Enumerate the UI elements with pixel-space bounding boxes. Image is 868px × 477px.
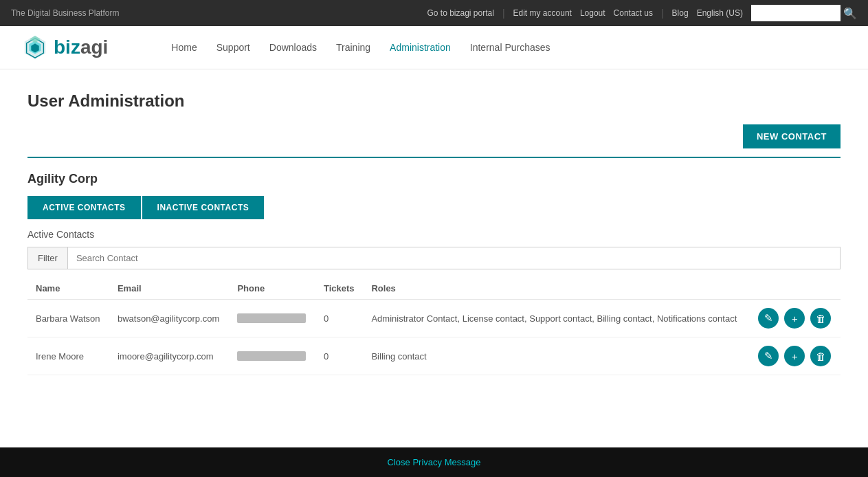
table-row: Barbara Watson bwatson@agilitycorp.com 0… [27,300,841,337]
filter-button[interactable]: Filter [28,247,68,269]
col-name: Name [27,278,109,300]
blog-link[interactable]: Blog [672,8,689,18]
search-icon: 🔍 [843,7,857,20]
contact-roles-2: Billing contact [363,337,750,375]
search-box: 🔍 [751,5,857,21]
col-actions [750,278,841,300]
contacts-table: Name Email Phone Tickets Roles Barbara W… [27,278,841,375]
nav-administration[interactable]: Administration [390,42,451,53]
contact-name-2: Irene Moore [27,337,109,375]
logout-link[interactable]: Logout [580,8,605,18]
add-button-2[interactable]: + [784,346,805,366]
table-body: Barbara Watson bwatson@agilitycorp.com 0… [27,300,841,375]
language-selector[interactable]: English (US) [697,8,743,18]
table-row: Irene Moore imoore@agilitycorp.com 0 Bil… [27,337,841,375]
contact-name-1: Barbara Watson [27,300,109,337]
delete-icon-1: 🗑 [816,313,826,324]
search-contact-input[interactable] [68,247,840,269]
edit-account-link[interactable]: Edit my account [513,8,572,18]
contact-email-1: bwatson@agilitycorp.com [109,300,230,337]
nav-home[interactable]: Home [171,42,197,53]
contact-email-2: imoore@agilitycorp.com [109,337,230,375]
contact-roles-1: Administrator Contact, License contact, … [363,300,750,337]
navbar: bizagi Home Support Downloads Training A… [0,26,868,69]
page-title: User Administration [27,91,841,111]
table-header: Name Email Phone Tickets Roles [27,278,841,300]
col-email: Email [109,278,230,300]
logo[interactable]: bizagi [22,34,108,60]
site-name: The Digital Business Platform [11,8,119,18]
tab-active-contacts[interactable]: ACTIVE CONTACTS [27,196,142,219]
edit-button-1[interactable]: ✎ [758,308,779,329]
nav-links: Home Support Downloads Training Administ… [171,42,550,53]
nav-internal-purchases[interactable]: Internal Purchases [470,42,550,53]
delete-button-1[interactable]: 🗑 [810,308,831,329]
action-icons-2: ✎ + 🗑 [758,346,832,366]
section-label: Active Contacts [27,229,841,240]
phone-blur-1 [237,313,306,323]
nav-support[interactable]: Support [216,42,250,53]
new-contact-row: NEW CONTACT [27,124,841,148]
search-button[interactable]: 🔍 [843,7,857,20]
delete-button-2[interactable]: 🗑 [810,346,831,366]
col-roles: Roles [363,278,750,300]
contact-us-link[interactable]: Contact us [614,8,653,18]
edit-icon-2: ✎ [764,350,773,362]
search-input[interactable] [751,5,841,21]
delete-icon-2: 🗑 [816,351,826,362]
contact-actions-1: ✎ + 🗑 [750,300,841,337]
phone-blur-2 [237,351,306,361]
edit-button-2[interactable]: ✎ [758,346,779,366]
col-tickets: Tickets [315,278,363,300]
add-icon-2: + [792,351,798,362]
contact-actions-2: ✎ + 🗑 [750,337,841,375]
add-icon-1: + [792,313,798,324]
new-contact-button[interactable]: NEW CONTACT [743,124,841,148]
company-name: Agility Corp [27,172,841,186]
logo-text: bizagi [54,36,108,58]
contact-tickets-2: 0 [315,337,363,375]
add-button-1[interactable]: + [784,308,805,329]
tab-inactive-contacts[interactable]: INACTIVE CONTACTS [142,196,265,219]
divider [27,157,841,158]
bizagi-portal-link[interactable]: Go to bizagi portal [427,8,493,18]
logo-icon [22,34,48,60]
topbar: The Digital Business Platform Go to biza… [0,0,868,26]
action-icons-1: ✎ + 🗑 [758,308,832,329]
main-content: User Administration NEW CONTACT Agility … [0,69,868,397]
contact-phone-2 [229,337,315,375]
contact-tickets-1: 0 [315,300,363,337]
contact-phone-1 [229,300,315,337]
edit-icon-1: ✎ [764,312,773,324]
tab-buttons: ACTIVE CONTACTS INACTIVE CONTACTS [27,196,841,219]
col-phone: Phone [229,278,315,300]
filter-row: Filter [27,247,841,269]
nav-downloads[interactable]: Downloads [269,42,317,53]
nav-training[interactable]: Training [336,42,370,53]
